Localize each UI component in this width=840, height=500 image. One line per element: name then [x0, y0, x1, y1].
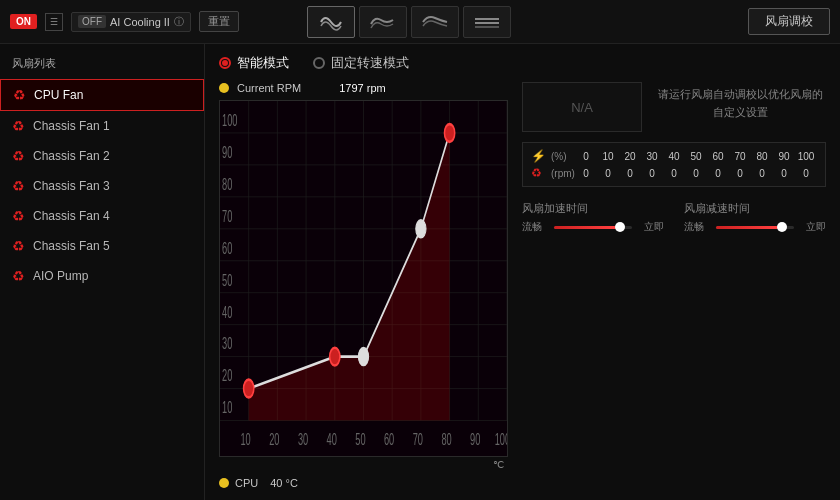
- pwm-col-1[interactable]: 10: [597, 151, 619, 162]
- accel-slider-thumb: [615, 222, 625, 232]
- sidebar-item-chassis-fan-5[interactable]: ♻ Chassis Fan 5: [0, 231, 204, 261]
- decel-left-label: 流畅: [684, 220, 708, 234]
- svg-text:90: 90: [222, 143, 232, 161]
- svg-text:100: 100: [222, 111, 237, 129]
- rpm-val-5: 0: [685, 168, 707, 179]
- accel-title: 风扇加速时间: [522, 201, 664, 216]
- smart-mode-option[interactable]: 智能模式: [219, 54, 289, 72]
- rpm-val-2: 0: [619, 168, 641, 179]
- svg-text:70: 70: [413, 431, 423, 449]
- chart-settings-row: Current RPM 1797 rpm: [219, 82, 826, 490]
- pwm-col-0[interactable]: 0: [575, 151, 597, 162]
- rpm-value: 1797 rpm: [339, 82, 385, 94]
- svg-text:20: 20: [222, 367, 232, 385]
- smart-mode-radio[interactable]: [219, 57, 231, 69]
- fan-mode-btn-4[interactable]: [463, 6, 511, 38]
- sidebar-title: 风扇列表: [0, 52, 204, 79]
- svg-point-46: [330, 348, 340, 366]
- sidebar-item-aio-pump[interactable]: ♻ AIO Pump: [0, 261, 204, 291]
- sidebar-label-chassis-fan-2: Chassis Fan 2: [33, 149, 110, 163]
- info-icon[interactable]: ⓘ: [174, 15, 184, 29]
- fixed-mode-radio[interactable]: [313, 57, 325, 69]
- rpm-unit: (rpm): [551, 168, 575, 179]
- svg-text:20: 20: [269, 431, 279, 449]
- pwm-col-5[interactable]: 50: [685, 151, 707, 162]
- fixed-mode-option[interactable]: 固定转速模式: [313, 54, 409, 72]
- svg-text:10: 10: [241, 431, 251, 449]
- rpm-header-row: ♻ (rpm) 0 0 0 0 0 0 0 0 0 0 0: [531, 166, 817, 180]
- reset-button[interactable]: 重置: [199, 11, 239, 32]
- accel-slider-track[interactable]: [554, 226, 632, 229]
- calibrate-button[interactable]: 风扇调校: [748, 8, 830, 35]
- svg-text:10: 10: [222, 399, 232, 417]
- pwm-col-8[interactable]: 80: [751, 151, 773, 162]
- pwm-col-7[interactable]: 70: [729, 151, 751, 162]
- decel-slider-track[interactable]: [716, 226, 794, 229]
- ai-off-label: OFF: [78, 15, 106, 28]
- rpm-row: Current RPM 1797 rpm: [219, 82, 508, 94]
- fan-icon-cf4: ♻: [12, 208, 25, 224]
- pwm-col-4[interactable]: 40: [663, 151, 685, 162]
- svg-text:60: 60: [384, 431, 394, 449]
- rpm-val-9: 0: [773, 168, 795, 179]
- sidebar-item-chassis-fan-4[interactable]: ♻ Chassis Fan 4: [0, 201, 204, 231]
- svg-text:50: 50: [355, 431, 365, 449]
- settings-icon[interactable]: ☰: [45, 13, 63, 31]
- fan-mode-btn-1[interactable]: [307, 6, 355, 38]
- ai-cooling-toggle[interactable]: OFF AI Cooling II ⓘ: [71, 12, 191, 32]
- mode-row: 智能模式 固定转速模式: [219, 54, 826, 72]
- svg-text:40: 40: [327, 431, 337, 449]
- accel-slider-group: 风扇加速时间 流畅 立即: [522, 201, 664, 234]
- rpm-val-8: 0: [751, 168, 773, 179]
- fan-mode-btn-3[interactable]: [411, 6, 459, 38]
- pwm-icon: ⚡: [531, 149, 551, 163]
- cpu-temp-dot: [219, 478, 229, 488]
- svg-point-49: [444, 124, 454, 142]
- sliders-section: 风扇加速时间 流畅 立即 风扇减速时间 流: [522, 201, 826, 234]
- sidebar-label-cpu-fan: CPU Fan: [34, 88, 83, 102]
- sidebar-item-cpu-fan[interactable]: ♻ CPU Fan: [0, 79, 204, 111]
- decel-right-label: 立即: [802, 220, 826, 234]
- rpm-icon: ♻: [531, 166, 551, 180]
- fan-icon-aio: ♻: [12, 268, 25, 284]
- decel-slider-row: 流畅 立即: [684, 220, 826, 234]
- accel-right-label: 立即: [640, 220, 664, 234]
- svg-text:100: 100: [495, 431, 507, 449]
- sidebar-item-chassis-fan-3[interactable]: ♻ Chassis Fan 3: [0, 171, 204, 201]
- rpm-val-1: 0: [597, 168, 619, 179]
- pwm-col-3[interactable]: 30: [641, 151, 663, 162]
- main-layout: 风扇列表 ♻ CPU Fan ♻ Chassis Fan 1 ♻ Chassis…: [0, 44, 840, 500]
- rpm-val-0: 0: [575, 168, 597, 179]
- power-toggle[interactable]: ON: [10, 14, 37, 29]
- content-area: 智能模式 固定转速模式 Current RPM 1797 rpm: [205, 44, 840, 500]
- decel-slider-group: 风扇减速时间 流畅 立即: [684, 201, 826, 234]
- sidebar-item-chassis-fan-2[interactable]: ♻ Chassis Fan 2: [0, 141, 204, 171]
- svg-point-48: [416, 220, 426, 238]
- fan-icon-cf1: ♻: [12, 118, 25, 134]
- pwm-col-2[interactable]: 20: [619, 151, 641, 162]
- svg-text:30: 30: [222, 335, 232, 353]
- fan-curve-chart[interactable]: 100 90 80 70 60 50 40 30 20 10 10 20 30: [219, 100, 508, 457]
- fan-mode-btn-2[interactable]: [359, 6, 407, 38]
- top-bar: ON ☰ OFF AI Cooling II ⓘ 重置 风扇调校: [0, 0, 840, 44]
- sidebar-item-chassis-fan-1[interactable]: ♻ Chassis Fan 1: [0, 111, 204, 141]
- smart-mode-label: 智能模式: [237, 54, 289, 72]
- decel-title: 风扇减速时间: [684, 201, 826, 216]
- fan-icon-cf2: ♻: [12, 148, 25, 164]
- na-display: N/A: [522, 82, 642, 132]
- fan-icon-cf5: ♻: [12, 238, 25, 254]
- fan-data-table: ⚡ (%) 0 10 20 30 40 50 60 70 80 90 100: [522, 142, 826, 187]
- ai-cooling-label: AI Cooling II: [110, 16, 170, 28]
- pwm-col-6[interactable]: 60: [707, 151, 729, 162]
- fan-icon-cpu: ♻: [13, 87, 26, 103]
- cpu-label: CPU: [235, 477, 258, 489]
- svg-text:50: 50: [222, 271, 232, 289]
- pwm-col-9[interactable]: 90: [773, 151, 795, 162]
- accel-slider-row: 流畅 立即: [522, 220, 664, 234]
- cpu-temp: 40 °C: [270, 477, 298, 489]
- rpm-val-6: 0: [707, 168, 729, 179]
- rpm-val-10: 0: [795, 168, 817, 179]
- sidebar-label-chassis-fan-5: Chassis Fan 5: [33, 239, 110, 253]
- pwm-col-10[interactable]: 100: [795, 151, 817, 162]
- svg-text:40: 40: [222, 303, 232, 321]
